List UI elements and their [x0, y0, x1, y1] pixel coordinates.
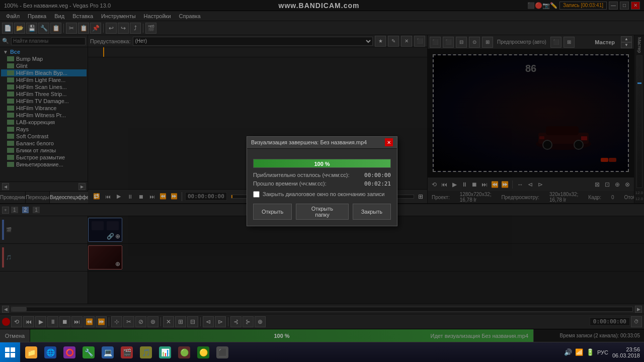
modal-time-elapsed-value: 00:02:21	[364, 180, 391, 187]
taskbar-app-11[interactable]: ⬛	[213, 343, 231, 361]
tray-icon-2[interactable]: 📶	[575, 348, 583, 356]
win-logo-q1	[5, 347, 10, 352]
modal-close-button[interactable]: ✕	[385, 138, 393, 146]
taskbar-clock[interactable]: 23:56 06.03.2018	[612, 346, 644, 358]
modal-checkbox-row: Закрыть диалоговое окно по окончанию зап…	[253, 191, 391, 198]
taskbar-app-10[interactable]: 🟡	[194, 343, 212, 361]
modal-body: 100 % Приблизительно осталось (чч:мм:сс)…	[247, 149, 397, 226]
app-icon-6: 🎬	[121, 346, 133, 358]
modal-open-folder-button[interactable]: Открыть папку	[296, 204, 348, 220]
taskbar-app-3[interactable]: ⭕	[60, 343, 78, 361]
taskbar: 📁 🌐 ⭕ 🔧 💻 🎬 🎵 📊 🟢 🟡 ⬛	[0, 342, 644, 362]
taskbar-lang[interactable]: РУС	[597, 349, 608, 355]
app-icon-11: ⬛	[216, 346, 228, 358]
auto-close-checkbox[interactable]	[253, 191, 260, 198]
modal-time-elapsed-row: Прошло времени (чч:мм:сс): 00:02:21	[253, 180, 391, 187]
taskbar-browser[interactable]: 🌐	[41, 343, 59, 361]
auto-close-label: Закрыть диалоговое окно по окончанию зап…	[263, 191, 385, 197]
tray-icon-1[interactable]: 🔊	[564, 348, 572, 356]
app-icon-9: 🟢	[178, 346, 190, 358]
app-icon-4: 🔧	[83, 346, 95, 358]
taskbar-app-5[interactable]: 💻	[99, 343, 117, 361]
browser-icon: 🌐	[44, 346, 56, 358]
modal-buttons: Открыть Открыть папку Закрыть	[253, 204, 391, 220]
modal-overlay: Визуализация завершена: Без названия.mp4…	[0, 0, 644, 362]
app-icon-10: 🟡	[197, 346, 209, 358]
app-icon-8: 📊	[159, 346, 171, 358]
modal-time-remaining-value: 00:00:00	[364, 172, 391, 178]
win-logo-q2	[11, 347, 15, 352]
modal-open-button[interactable]: Открыть	[253, 204, 292, 220]
modal-title-bar: Визуализация завершена: Без названия.mp4…	[247, 137, 397, 149]
modal-progress-text: 100 %	[314, 159, 330, 168]
clock-date: 06.03.2018	[612, 352, 640, 358]
taskbar-app-8[interactable]: 📊	[156, 343, 174, 361]
taskbar-app-4[interactable]: 🔧	[79, 343, 98, 361]
modal-time-remaining-row: Приблизительно осталось (чч:мм:сс): 00:0…	[253, 172, 391, 178]
taskbar-tray: 🔊 📶 🔋 РУС	[560, 348, 612, 356]
file-explorer-icon: 📁	[25, 346, 37, 358]
tray-icon-3[interactable]: 🔋	[586, 348, 594, 356]
modal-title: Визуализация завершена: Без названия.mp4	[251, 139, 367, 145]
win-logo-q3	[5, 353, 10, 357]
modal-close-dialog-button[interactable]: Закрыть	[353, 204, 391, 220]
clock-time: 23:56	[612, 346, 640, 352]
taskbar-app-7[interactable]: 🎵	[137, 343, 155, 361]
taskbar-apps: 📁 🌐 ⭕ 🔧 💻 🎬 🎵 📊 🟢 🟡 ⬛	[20, 343, 560, 361]
start-button[interactable]	[0, 342, 20, 363]
app-icon-5: 💻	[102, 346, 114, 358]
windows-logo	[5, 347, 15, 357]
taskbar-file-explorer[interactable]: 📁	[22, 343, 40, 361]
taskbar-app-6[interactable]: 🎬	[118, 343, 136, 361]
win-logo-q4	[11, 353, 15, 357]
render-complete-dialog: Визуализация завершена: Без названия.mp4…	[247, 136, 397, 226]
modal-time-elapsed-label: Прошло времени (чч:мм:сс):	[253, 180, 327, 187]
modal-progress-container: 100 %	[253, 159, 391, 168]
app-icon-7: 🎵	[140, 346, 152, 358]
taskbar-app-9[interactable]: 🟢	[175, 343, 193, 361]
app-icon-3: ⭕	[63, 346, 75, 358]
modal-time-remaining-label: Приблизительно осталось (чч:мм:сс):	[253, 172, 349, 178]
